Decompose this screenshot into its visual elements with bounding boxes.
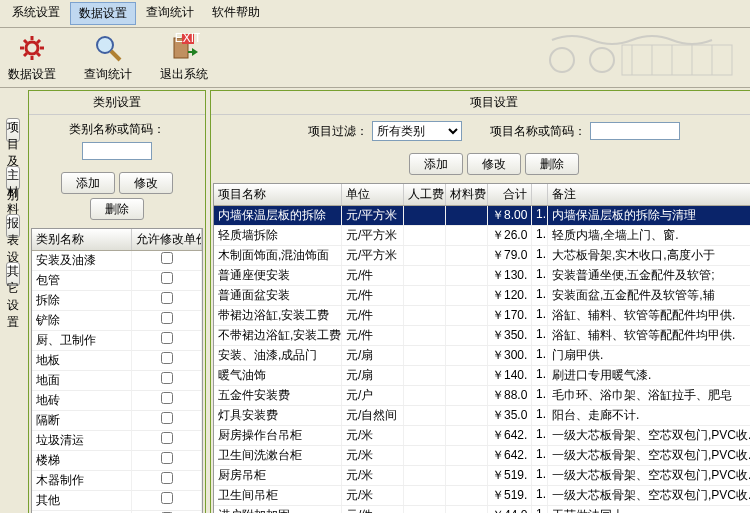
cat-name-input[interactable] [82,142,152,160]
filter-select[interactable]: 所有类别 [372,121,462,141]
proj-name-label: 项目名称或简码： [490,123,586,140]
proj-row[interactable]: 暖气油饰元/扇￥140.1.刷进口专用暖气漆. [214,366,750,386]
ph-flag[interactable] [532,184,548,205]
proj-row[interactable]: 厨房操作台吊柜元/米￥642.1.一级大芯板骨架、空芯双包门,PVC收. [214,426,750,446]
project-panel: 项目设置 项目过滤： 所有类别 项目名称或简码： 添加 修改 删除 项目名称 单… [210,90,750,513]
toolbar: 数据设置 查询统计 EXIT 退出系统 [0,28,750,88]
cat-row[interactable]: 安装及油漆 [32,251,202,271]
gear-icon [16,32,48,64]
filter-label: 项目过滤： [308,123,368,140]
left-tab-3[interactable]: 其它设置 [6,262,20,286]
cat-head-chk[interactable]: 允许修改单价 [132,229,202,250]
proj-row[interactable]: 灯具安装费元/自然间￥35.01.阳台、走廊不计. [214,406,750,426]
proj-name-input[interactable] [590,122,680,140]
cat-chk[interactable] [161,292,173,304]
proj-row[interactable]: 不带裙边浴缸,安装工费元/件￥350.1.浴缸、辅料、软管等配配件均甲供. [214,326,750,346]
cat-edit-button[interactable]: 修改 [119,172,173,194]
left-sidebar: 项目及类别主材料报表设置其它设置 [0,88,26,513]
proj-row[interactable]: 厨房吊柜元/米￥519.1.一级大芯板骨架、空芯双包门,PVC收. [214,466,750,486]
proj-row[interactable]: 普通座便安装元/件￥130.1.安装普通坐便,五金配件及软管; [214,266,750,286]
proj-row[interactable]: 卫生间洗漱台柜元/米￥642.1.一级大芯板骨架、空芯双包门,PVC收. [214,446,750,466]
ph-remark[interactable]: 备注 [548,184,750,205]
cat-row[interactable]: 地面 [32,371,202,391]
menu-data[interactable]: 数据设置 [70,2,136,25]
cat-row[interactable]: 拆除 [32,291,202,311]
cat-row[interactable]: 隔断 [32,411,202,431]
svg-point-7 [590,48,614,72]
category-grid[interactable]: 类别名称 允许修改单价 安装及油漆包管拆除铲除厨、卫制作地板地面地砖隔断垃圾清运… [31,228,203,513]
cat-chk[interactable] [161,252,173,264]
svg-line-2 [111,51,120,60]
proj-row[interactable]: 轻质墙拆除元/平方米￥26.01.轻质内墙,全墙上门、窗. [214,226,750,246]
ph-unit[interactable]: 单位 [342,184,404,205]
menu-bar: 系统设置 数据设置 查询统计 软件帮助 [0,0,750,28]
svg-point-1 [97,37,113,53]
proj-row[interactable]: 带裙边浴缸,安装工费元/件￥170.1.浴缸、辅料、软管等配配件均甲供. [214,306,750,326]
menu-help[interactable]: 软件帮助 [204,2,268,25]
category-panel: 类别设置 类别名称或简码： 添加 修改 删除 类别名称 允许修改单价 安装及油漆… [28,90,206,513]
project-title: 项目设置 [211,91,750,115]
proj-row[interactable]: 木制面饰面,混油饰面元/平方米￥79.01.大芯板骨架,实木收口,高度小于 [214,246,750,266]
search-icon [92,32,124,64]
tb-exit[interactable]: EXIT 退出系统 [160,32,208,83]
cat-del-button[interactable]: 删除 [90,198,144,220]
decorative-column-icon [542,30,742,84]
tb-data-settings[interactable]: 数据设置 [8,32,56,83]
tb-data-label: 数据设置 [8,66,56,83]
tb-stats-label: 查询统计 [84,66,132,83]
cat-row[interactable]: 铲除 [32,311,202,331]
cat-row[interactable]: 地砖 [32,391,202,411]
proj-row[interactable]: 普通面盆安装元/件￥120.1.安装面盆,五金配件及软管等,辅 [214,286,750,306]
cat-row[interactable]: 木器制作 [32,471,202,491]
cat-row[interactable]: 包管 [32,271,202,291]
svg-point-0 [26,42,38,54]
tb-stats[interactable]: 查询统计 [84,32,132,83]
svg-rect-8 [622,45,732,75]
cat-chk[interactable] [161,272,173,284]
left-tab-2[interactable]: 报表设置 [6,214,20,238]
cat-chk[interactable] [161,312,173,324]
proj-row[interactable]: 安装、油漆,成品门元/扇￥300.1.门扇甲供. [214,346,750,366]
ph-mat[interactable]: 材料费 [446,184,488,205]
left-tab-0[interactable]: 项目及类别 [6,118,20,142]
cat-head-name[interactable]: 类别名称 [32,229,132,250]
cat-row[interactable]: 厨、卫制作 [32,331,202,351]
cat-name-label: 类别名称或简码： [69,121,165,138]
cat-chk[interactable] [161,352,173,364]
cat-add-button[interactable]: 添加 [61,172,115,194]
cat-row[interactable]: 垃圾清运 [32,431,202,451]
proj-row[interactable]: 五金件安装费元/户￥88.01.毛巾环、浴巾架、浴缸拉手、肥皂 [214,386,750,406]
cat-chk[interactable] [161,332,173,344]
left-tab-1[interactable]: 主材料 [6,166,20,190]
ph-name[interactable]: 项目名称 [214,184,342,205]
cat-chk[interactable] [161,412,173,424]
cat-row[interactable]: 楼梯 [32,451,202,471]
cat-chk[interactable] [161,472,173,484]
cat-chk[interactable] [161,452,173,464]
cat-row[interactable]: 其他 [32,491,202,511]
menu-query[interactable]: 查询统计 [138,2,202,25]
category-title: 类别设置 [29,91,205,115]
proj-row[interactable]: 内墙保温层板的拆除元/平方米￥8.001.内墙保温层板的拆除与清理 [214,206,750,226]
proj-row[interactable]: 进户附加加固元/件￥44.01.工艺做法同上. [214,506,750,513]
cat-chk[interactable] [161,432,173,444]
proj-add-button[interactable]: 添加 [409,153,463,175]
proj-del-button[interactable]: 删除 [525,153,579,175]
cat-row[interactable]: 地板 [32,351,202,371]
svg-point-6 [550,48,574,72]
svg-text:EXIT: EXIT [175,32,200,45]
ph-sum[interactable]: 合计 [488,184,532,205]
proj-edit-button[interactable]: 修改 [467,153,521,175]
menu-sys[interactable]: 系统设置 [4,2,68,25]
cat-chk[interactable] [161,492,173,504]
exit-icon: EXIT [168,32,200,64]
proj-row[interactable]: 卫生间吊柜元/米￥519.1.一级大芯板骨架、空芯双包门,PVC收. [214,486,750,506]
cat-chk[interactable] [161,372,173,384]
tb-exit-label: 退出系统 [160,66,208,83]
project-grid[interactable]: 项目名称 单位 人工费 材料费 合计 备注 内墙保温层板的拆除元/平方米￥8.0… [213,183,750,513]
ph-lab[interactable]: 人工费 [404,184,446,205]
cat-chk[interactable] [161,392,173,404]
